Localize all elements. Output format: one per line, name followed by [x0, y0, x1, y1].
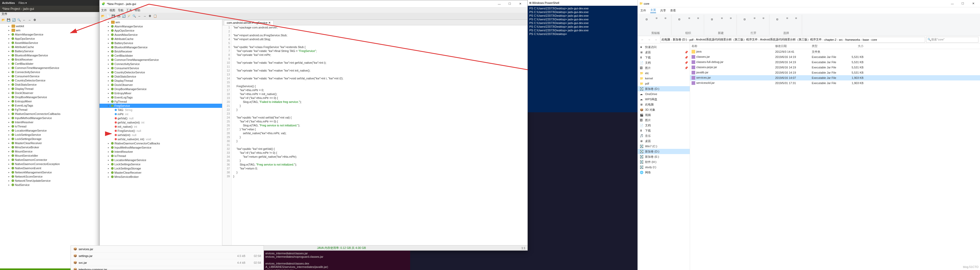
- tree-node[interactable]: ▸AppOpsService: [0, 37, 104, 41]
- tree-node[interactable]: ▸CertBlacklister: [100, 54, 222, 58]
- sync-icon[interactable]: 🔄: [11, 18, 16, 22]
- tree-node[interactable]: ▸AssetAtlasService: [0, 41, 104, 45]
- log-icon[interactable]: 📋: [153, 14, 158, 19]
- nav-item[interactable]: 💽Win7 (C:): [638, 144, 690, 149]
- breadcrumb[interactable]: 此电脑›新加卷 (D:)›pdf›Android系统源代码情景分析（第三版）程序…: [660, 37, 925, 43]
- tree-node[interactable]: ▸MasterClearReceiver: [100, 170, 222, 175]
- tree-node[interactable]: ▸EntropyMixer: [100, 91, 222, 95]
- tree-node[interactable]: ▸IoThread: [100, 154, 222, 158]
- nav-item[interactable]: 💽新加卷 (D:): [638, 86, 690, 91]
- tree-node[interactable]: ▸FregService: [100, 104, 222, 108]
- ribbon-tab[interactable]: 主页: [650, 8, 656, 13]
- tree-node[interactable]: ▸NetworkManagementService: [0, 170, 104, 175]
- tree-node[interactable]: ▸BatteryService: [0, 49, 104, 53]
- tree-node[interactable]: ▸wm: [0, 28, 104, 32]
- tree-node[interactable]: ▸CertBlacklister: [0, 62, 104, 66]
- exp-min[interactable]: —: [947, 0, 958, 7]
- col-name[interactable]: 名称: [690, 44, 773, 48]
- breadcrumb-segment[interactable]: src: [839, 38, 843, 41]
- save-icon[interactable]: 💾: [6, 18, 11, 22]
- save-icon[interactable]: 💾: [111, 14, 116, 19]
- tree-node[interactable]: ▸MountServiceIdler: [0, 154, 104, 158]
- file-row[interactable]: javalib.jar2019/6/16 14:19Executable Jar…: [690, 70, 980, 75]
- files-menu[interactable]: Files ▾: [19, 1, 27, 5]
- fwd-icon[interactable]: →: [142, 14, 147, 19]
- tree-node[interactable]: ▸LockSettingsService: [100, 162, 222, 166]
- file-row[interactable]: services.jar2019/6/16 14:07Executable Ja…: [690, 75, 980, 80]
- nautilus-row[interactable]: 📦telephony-common.jar: [71, 266, 264, 270]
- tree-node[interactable]: ▸DisplayThread: [0, 87, 104, 91]
- tree-node[interactable]: getVal_native(int) : int: [100, 121, 222, 125]
- breadcrumb-segment[interactable]: core: [871, 38, 877, 41]
- tree-node[interactable]: ▸DropBoxManagerService: [100, 87, 222, 91]
- code-editor[interactable]: 1234567891011121314151617181920212223242…: [222, 25, 528, 245]
- ribbon-button[interactable]: ▫: [792, 14, 800, 22]
- nautilus-row[interactable]: 📦svc.jar4.4 kB02:58: [71, 259, 264, 266]
- breadcrumb-segment[interactable]: 此电脑: [662, 38, 670, 41]
- gear-icon[interactable]: ⚙: [32, 18, 37, 22]
- tree-node[interactable]: ▸NativeDaemonConnector: [0, 158, 104, 162]
- exp-max[interactable]: ☐: [958, 0, 968, 7]
- tree-node[interactable]: ▸DropBoxManagerService: [0, 95, 104, 99]
- open-icon[interactable]: 📂: [100, 14, 105, 19]
- tree-node[interactable]: ▸ConnectivityService: [100, 62, 222, 66]
- tree-node[interactable]: ▸MmsServiceBroker: [100, 175, 222, 179]
- tree-node[interactable]: ▸DockObserver: [0, 91, 104, 95]
- ribbon-button[interactable]: ▫: [653, 14, 660, 22]
- ribbon-button[interactable]: ▫: [675, 14, 684, 24]
- tree-node[interactable]: ▸ConnectivityService: [0, 70, 104, 74]
- breadcrumb-segment[interactable]: frameworks: [845, 38, 860, 41]
- class-tree-left[interactable]: ▸webkit▸wm▸AlarmManagerService▸AppOpsSer…: [0, 24, 104, 268]
- nautilus-row[interactable]: 📦services.jar: [71, 246, 264, 253]
- nav-pane[interactable]: ★快速访问🖥桌面📌⬇下载📌📄文档📌🖼图片📌📁etc📁kernel📁pdf💽新加卷…: [638, 43, 690, 270]
- nav-item[interactable]: 🖼图片: [638, 118, 690, 123]
- column-headers[interactable]: 名称 修改日期 类型 大小: [690, 43, 980, 49]
- breadcrumb-segment[interactable]: base: [863, 38, 869, 41]
- exp-close[interactable]: ✕: [968, 0, 978, 7]
- ribbon-tab[interactable]: 查看: [670, 9, 676, 13]
- menu-item[interactable]: 视图: [110, 8, 115, 12]
- nav-up[interactable]: ↑: [653, 37, 659, 43]
- tree-node[interactable]: ▸FgThread: [100, 100, 222, 104]
- tree-node[interactable]: ▸BrickReceiver: [0, 57, 104, 62]
- tree-node[interactable]: ▸webkit: [0, 24, 104, 28]
- tree-node[interactable]: ▸NsdService: [0, 183, 104, 187]
- ribbon-button[interactable]: ▫: [760, 14, 767, 22]
- nav-item[interactable]: 📁pdf: [638, 81, 690, 86]
- file-row[interactable]: classes.jar2019/6/16 14:19Executable Jar…: [690, 54, 980, 60]
- nav-item[interactable]: 🖥桌面📌: [638, 49, 690, 55]
- tree-node[interactable]: ▸LockSettingsStorage: [100, 166, 222, 170]
- menu-item[interactable]: 工具: [126, 8, 132, 12]
- tree-node[interactable]: ▸ConsumerIrService: [100, 66, 222, 70]
- tree-node[interactable]: ▸LocationManagerService: [100, 158, 222, 162]
- nav-item[interactable]: 🎵音乐: [638, 133, 690, 138]
- nav-item[interactable]: 🖥此电脑: [638, 102, 690, 107]
- tree-node[interactable]: ▸AppOpsService: [100, 29, 222, 33]
- search-icon[interactable]: 🔍: [132, 14, 137, 19]
- open-icon[interactable]: 📂: [1, 18, 6, 22]
- tree-node[interactable]: ▸AlarmManagerService: [100, 24, 222, 29]
- search-icon[interactable]: 🔍: [17, 18, 21, 22]
- tree-node[interactable]: ▸InputMethodManagerService: [100, 145, 222, 149]
- tree-node[interactable]: FregService() : null: [100, 129, 222, 133]
- breadcrumb-segment[interactable]: Android系统源代码情景分析（第三版）程序文件: [760, 38, 822, 41]
- menu-item[interactable]: 文件: [101, 8, 107, 12]
- tree-node[interactable]: ▸AttributeCache: [0, 45, 104, 49]
- back-icon[interactable]: ←: [137, 14, 142, 19]
- tree-node[interactable]: ▸DockObserver: [100, 83, 222, 87]
- ribbon-button[interactable]: ▫: [686, 14, 693, 22]
- nav-item[interactable]: 🖼图片📌: [638, 65, 690, 70]
- nav-item[interactable]: 🖥桌面: [638, 138, 690, 144]
- tree-node[interactable]: ▸AssetAtlasService: [100, 33, 222, 37]
- nav-item[interactable]: ☁OneDrive: [638, 91, 690, 97]
- ribbon-button[interactable]: ▫: [694, 14, 702, 22]
- tree-node[interactable]: ▸AlarmManagerService: [0, 32, 104, 37]
- editor-tab[interactable]: com.android.server.FregService ✕: [224, 21, 274, 25]
- ribbon-tab[interactable]: 文件: [640, 9, 646, 13]
- col-date[interactable]: 修改日期: [773, 44, 810, 48]
- back-icon[interactable]: ←: [22, 18, 27, 22]
- maximize-button[interactable]: ☐: [504, 0, 515, 8]
- tree-node[interactable]: ▸DiskStatsService: [0, 83, 104, 87]
- breadcrumb-segment[interactable]: 新加卷 (D:): [673, 38, 687, 41]
- nav-item[interactable]: 📁kernel: [638, 76, 690, 81]
